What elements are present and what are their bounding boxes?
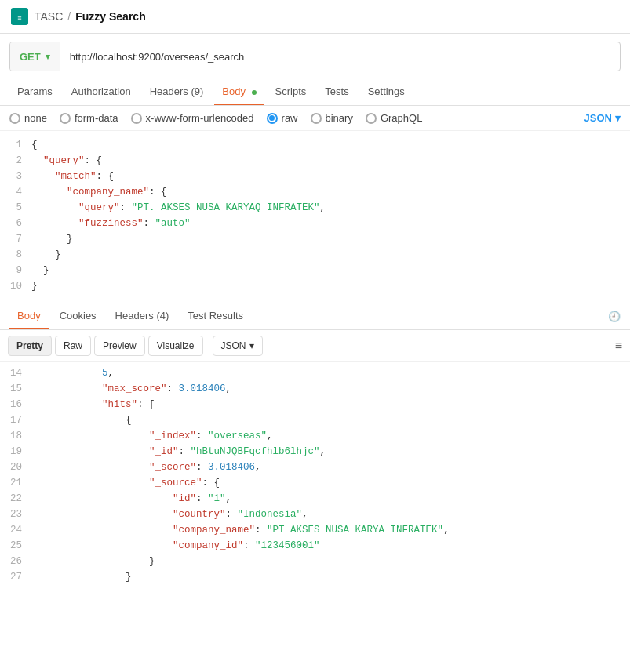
format-raw[interactable]: raw (267, 112, 298, 124)
response-tab-cookies[interactable]: Cookies (52, 303, 104, 329)
url-bar: GET ▾ (9, 42, 621, 71)
code-line: 10} (0, 278, 630, 294)
line-number: 5 (0, 200, 31, 216)
line-content: } (31, 263, 630, 278)
code-line: 9 } (0, 263, 630, 278)
line-content: "id": "1", (31, 491, 630, 507)
response-code-line: 20 "_score": 3.018406, (0, 460, 630, 475)
code-line: 4 "company_name": { (0, 184, 630, 200)
line-number: 3 (0, 169, 31, 184)
method-selector[interactable]: GET ▾ (10, 42, 60, 71)
line-number: 20 (0, 460, 31, 475)
tab-scripts[interactable]: Scripts (268, 79, 315, 105)
response-pretty-btn[interactable]: Pretty (8, 336, 52, 356)
request-tabs: Params Authorization Headers (9) Body Sc… (0, 79, 630, 106)
line-number: 17 (0, 412, 31, 428)
response-code-line: 19 "_id": "hBtuNJQBFqcfhlb6lhjc", (0, 444, 630, 460)
response-code: 14 5,15 "max_score": 3.018406,16 "hits":… (0, 362, 630, 588)
line-number: 10 (0, 278, 31, 294)
svg-text:≡: ≡ (17, 14, 21, 22)
tab-body[interactable]: Body (214, 79, 264, 105)
response-tab-headers[interactable]: Headers (4) (107, 303, 177, 329)
response-code-line: 15 "max_score": 3.018406, (0, 381, 630, 397)
radio-raw-circle (267, 113, 278, 124)
response-format-row: Pretty Raw Preview Visualize JSON ▾ ≡ (0, 330, 630, 362)
radio-urlencoded-circle (131, 113, 142, 124)
format-type-chevron-icon: ▾ (615, 112, 621, 124)
response-visualize-btn[interactable]: Visualize (148, 336, 203, 356)
app-logo: ≡ (11, 8, 28, 25)
line-content: "_score": 3.018406, (31, 460, 630, 475)
line-content: "hits": [ (31, 397, 630, 412)
tab-params[interactable]: Params (9, 79, 60, 105)
response-code-line: 14 5, (0, 365, 630, 381)
response-json-chevron-icon: ▾ (249, 340, 254, 351)
line-number: 6 (0, 216, 31, 231)
line-number: 18 (0, 428, 31, 444)
format-type-selector[interactable]: JSON ▾ (584, 112, 621, 124)
line-content: { (31, 137, 630, 153)
format-tabs: none form-data x-www-form-urlencoded raw… (0, 106, 630, 131)
format-urlencoded[interactable]: x-www-form-urlencoded (131, 112, 254, 124)
line-content: "company_name": "PT AKSES NUSA KARYA INF… (31, 522, 630, 538)
response-code-line: 21 "_source": { (0, 475, 630, 491)
tab-settings[interactable]: Settings (360, 79, 413, 105)
method-label: GET (20, 51, 41, 63)
code-line: 7 } (0, 231, 630, 247)
app-header: ≡ TASC / Fuzzy Search (0, 0, 630, 34)
line-number: 1 (0, 137, 31, 153)
tab-headers[interactable]: Headers (9) (142, 79, 212, 105)
url-input[interactable] (60, 51, 620, 63)
response-raw-btn[interactable]: Raw (55, 336, 91, 356)
line-number: 21 (0, 475, 31, 491)
line-content: "_id": "hBtuNJQBFqcfhlb6lhjc", (31, 444, 630, 460)
app-logo-icon: ≡ (11, 8, 28, 25)
line-content: "fuzziness": "auto" (31, 216, 630, 231)
code-line: 5 "query": "PT. AKSES NUSA KARYAQ INFRAT… (0, 200, 630, 216)
breadcrumb: TASC / Fuzzy Search (35, 10, 146, 23)
code-line: 1{ (0, 137, 630, 153)
line-content: 5, (31, 365, 630, 381)
response-preview-btn[interactable]: Preview (94, 336, 145, 356)
chevron-down-icon: ▾ (46, 52, 50, 62)
line-content: { (31, 412, 630, 428)
line-content: "max_score": 3.018406, (31, 381, 630, 397)
line-number: 25 (0, 538, 31, 554)
response-tab-test-results[interactable]: Test Results (180, 303, 251, 329)
response-code-line: 22 "id": "1", (0, 491, 630, 507)
format-graphql[interactable]: GraphQL (366, 112, 422, 124)
code-line: 6 "fuzziness": "auto" (0, 216, 630, 231)
line-number: 22 (0, 491, 31, 507)
response-json-label: JSON (221, 340, 246, 351)
line-number: 16 (0, 397, 31, 412)
tab-authorization[interactable]: Authorization (64, 79, 139, 105)
line-content: "country": "Indonesia", (31, 507, 630, 522)
format-binary-label: binary (326, 112, 353, 124)
line-content: "company_name": { (31, 184, 630, 200)
format-graphql-label: GraphQL (381, 112, 422, 124)
history-icon[interactable]: 🕘 (608, 311, 621, 322)
response-code-line: 24 "company_name": "PT AKSES NUSA KARYA … (0, 522, 630, 538)
line-number: 7 (0, 231, 31, 247)
code-line: 2 "query": { (0, 153, 630, 169)
response-json-selector[interactable]: JSON ▾ (213, 336, 263, 356)
code-editor[interactable]: 1{2 "query": {3 "match": {4 "company_nam… (0, 131, 630, 303)
format-binary[interactable]: binary (311, 112, 353, 124)
line-number: 26 (0, 554, 31, 569)
line-content: "query": "PT. AKSES NUSA KARYAQ INFRATEK… (31, 200, 630, 216)
line-number: 27 (0, 569, 31, 585)
format-urlencoded-label: x-www-form-urlencoded (146, 112, 254, 124)
line-content: "_source": { (31, 475, 630, 491)
line-content: "query": { (31, 153, 630, 169)
format-form-data[interactable]: form-data (60, 112, 118, 124)
response-code-line: 17 { (0, 412, 630, 428)
line-number: 23 (0, 507, 31, 522)
format-none[interactable]: none (9, 112, 47, 124)
tab-tests[interactable]: Tests (317, 79, 356, 105)
radio-graphql-circle (366, 113, 377, 124)
filter-icon[interactable]: ≡ (615, 339, 622, 353)
line-content: "company_id": "123456001" (31, 538, 630, 554)
code-line: 3 "match": { (0, 169, 630, 184)
response-tab-body[interactable]: Body (9, 303, 49, 329)
line-number: 14 (0, 365, 31, 381)
